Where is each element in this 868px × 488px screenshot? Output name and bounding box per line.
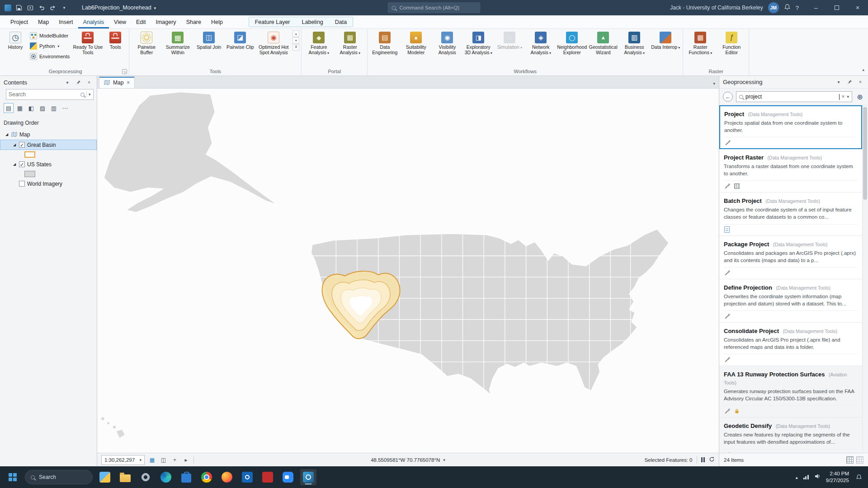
raster-functions-button[interactable]: Raster Functions (685, 30, 716, 57)
tree-item-us-states[interactable]: ◢ US States (0, 159, 97, 169)
tool-result-package-project[interactable]: Package Project (Data Management Tools) … (719, 236, 862, 279)
spatial-join-button[interactable]: Spatial Join (193, 30, 224, 52)
tool-result-consolidate-project[interactable]: Consolidate Project (Data Management Too… (719, 323, 862, 366)
clear-search-icon[interactable]: × (841, 94, 844, 100)
modelbuilder-button[interactable]: ModelBuilder (28, 32, 71, 40)
view-drawing-order-icon[interactable]: ▤ (4, 103, 14, 113)
zoom-button[interactable] (280, 469, 296, 485)
redo-button[interactable] (48, 3, 58, 13)
contents-search-input[interactable] (9, 91, 79, 98)
project-title-menu-icon[interactable] (154, 5, 156, 11)
dialog-launcher-icon[interactable] (122, 69, 127, 74)
python-button[interactable]: Python (28, 42, 71, 50)
data-engineering-button[interactable]: Data Engineering (369, 30, 400, 57)
tab-view[interactable]: View (109, 15, 131, 28)
pairwise-buffer-button[interactable]: Pairwise Buffer (131, 30, 162, 57)
neighborhood-explorer-button[interactable]: Neighborhood Explorer (557, 30, 587, 57)
search-history-icon[interactable]: ▾ (847, 94, 849, 99)
view-selection-icon[interactable]: ◧ (26, 103, 36, 113)
command-search[interactable]: Command Search (Alt+Q) (388, 2, 481, 13)
edge-button[interactable] (158, 469, 174, 485)
expander-icon[interactable]: ◢ (12, 143, 17, 147)
tool-result-geodetic-densify[interactable]: Geodetic Densify (Data Management Tools)… (719, 418, 862, 453)
taskbar-clock[interactable]: 2:40 PM 9/27/2025 (826, 470, 849, 484)
panel-menu-icon[interactable]: ▾ (63, 78, 71, 86)
back-button[interactable]: ← (723, 92, 733, 102)
function-editor-button[interactable]: Function Editor (716, 30, 747, 57)
raster-analysis-button[interactable]: Raster Analysis (335, 30, 365, 57)
tool-result-project-raster[interactable]: Project Raster (Data Management Tools) T… (719, 149, 862, 192)
start-button[interactable] (5, 469, 21, 485)
scale-dropdown[interactable]: 1:30,262,297 ▾ (101, 455, 145, 465)
north-arrow-icon[interactable]: ▸ (182, 456, 190, 464)
file-explorer-button[interactable] (117, 469, 133, 485)
tool-result-faa13-runway-protection[interactable]: FAA 13 Runway Protection Surfaces (Aviat… (719, 366, 862, 418)
environments-button[interactable]: Environments (28, 52, 71, 61)
view-data-source-icon[interactable]: ▦ (15, 103, 25, 113)
pause-drawing-icon[interactable] (701, 457, 705, 462)
notifications-button[interactable] (784, 4, 791, 12)
save-button[interactable] (14, 3, 24, 13)
feature-analysis-button[interactable]: Feature Analysis (303, 30, 334, 57)
scrollbar-track[interactable] (862, 105, 868, 453)
visibility-analysis-button[interactable]: Visibility Analysis (432, 30, 462, 57)
refresh-icon[interactable] (709, 456, 715, 463)
chrome-button[interactable] (198, 469, 215, 485)
tools-button[interactable]: Tools (104, 30, 127, 52)
exploratory-3d-analysis-button[interactable]: Exploratory 3D Analysis (463, 30, 494, 57)
outlook-button[interactable] (239, 469, 255, 485)
taskbar-search[interactable]: Search (25, 470, 93, 484)
settings-button[interactable] (137, 469, 154, 485)
volume-icon[interactable] (814, 473, 821, 481)
close-tab-icon[interactable]: × (127, 80, 130, 86)
scrollbar-thumb[interactable] (863, 107, 867, 200)
tree-item-map[interactable]: ◢ Map (0, 129, 97, 140)
suitability-modeler-button[interactable]: Suitability Modeler (401, 30, 431, 57)
grid-view-icon[interactable] (846, 456, 854, 464)
tab-edit[interactable]: Edit (131, 15, 151, 28)
expander-icon[interactable]: ◢ (12, 162, 17, 166)
tab-analysis[interactable]: Analysis (78, 15, 109, 28)
ready-to-use-tools-button[interactable]: Ready To Use Tools (72, 30, 103, 57)
tool-result-project[interactable]: Project (Data Management Tools) Projects… (719, 105, 862, 149)
layer-visibility-checkbox[interactable] (19, 181, 25, 187)
notification-center-button[interactable] (854, 473, 863, 482)
tab-project[interactable]: Project (5, 15, 33, 28)
arcgis-pro-button[interactable] (300, 469, 316, 485)
minimize-button[interactable]: – (806, 0, 826, 15)
summarize-within-button[interactable]: Summarize Within (162, 30, 193, 57)
store-button[interactable] (178, 469, 194, 485)
business-analysis-button[interactable]: Business Analysis (619, 30, 650, 57)
pairwise-clip-button[interactable]: Pairwise Clip (225, 30, 255, 52)
tab-map[interactable]: Map (33, 15, 54, 28)
history-button[interactable]: History (4, 30, 27, 52)
tool-result-define-projection[interactable]: Define Projection (Data Management Tools… (719, 279, 862, 323)
view-editing-icon[interactable]: ▨ (38, 103, 47, 113)
layer-visibility-checkbox[interactable] (19, 142, 25, 148)
search-options-icon[interactable]: ▾ (89, 92, 91, 97)
network-analysis-button[interactable]: Network Analysis (525, 30, 556, 57)
help-button[interactable]: ? (796, 5, 799, 11)
optimized-hot-spot-button[interactable]: Optimized Hot Spot Analysis (256, 30, 291, 57)
data-interop-button[interactable]: Data Interop (650, 30, 681, 52)
panel-menu-icon[interactable]: ▾ (835, 78, 843, 86)
snapping-icon[interactable]: ◫ (160, 456, 167, 464)
maximize-button[interactable] (826, 0, 847, 15)
view-labeling-icon[interactable]: ▥ (49, 103, 59, 113)
coordinate-readout[interactable]: 48.5509581°W 70.7765078°N ▾ (371, 457, 445, 463)
geostatistical-wizard-button[interactable]: Geostatistical Wizard (588, 30, 618, 57)
pan-crosshair-icon[interactable]: + (171, 456, 179, 464)
tab-labeling[interactable]: Labeling (296, 17, 329, 27)
firefox-button[interactable] (219, 469, 235, 485)
pin-icon[interactable] (74, 78, 82, 86)
avatar[interactable]: JM (768, 2, 779, 13)
pin-icon[interactable] (845, 78, 854, 86)
add-data-button[interactable] (25, 3, 35, 13)
tab-help[interactable]: Help (206, 15, 228, 28)
tab-share[interactable]: Share (181, 15, 206, 28)
map-view-tab[interactable]: Map × (99, 76, 135, 88)
undo-button[interactable] (37, 3, 47, 13)
customize-qat-button[interactable] (59, 3, 69, 13)
tree-item-world-imagery[interactable]: World Imagery (0, 178, 97, 189)
close-button[interactable]: × (847, 0, 868, 15)
